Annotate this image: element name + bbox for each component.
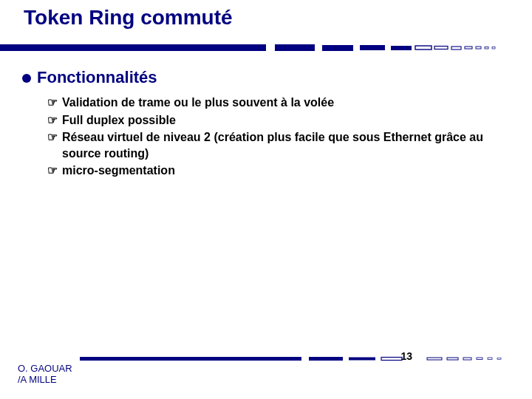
svg-rect-13 — [309, 357, 343, 361]
svg-rect-9 — [476, 47, 481, 49]
section: Fonctionnalités ☞ Validation de trame ou… — [22, 68, 510, 180]
svg-rect-3 — [360, 45, 385, 50]
list-item: ☞ Validation de trame ou le plus souvent… — [47, 95, 510, 111]
svg-rect-12 — [80, 357, 301, 361]
pointing-hand-icon: ☞ — [47, 95, 62, 111]
svg-rect-1 — [275, 44, 315, 51]
svg-rect-2 — [322, 45, 353, 51]
pointing-hand-icon: ☞ — [47, 163, 62, 179]
pointing-hand-icon: ☞ — [47, 112, 62, 129]
svg-rect-20 — [488, 358, 492, 360]
svg-rect-17 — [447, 358, 458, 360]
svg-rect-10 — [485, 47, 488, 50]
svg-rect-19 — [477, 358, 482, 360]
footer-author: O. GAOUAR /A MILLE — [18, 363, 72, 386]
decorative-rule-bottom — [80, 356, 532, 361]
list-item: ☞ micro-segmentation — [47, 163, 510, 179]
svg-rect-7 — [451, 47, 461, 50]
svg-rect-15 — [381, 358, 402, 361]
slide-title: Token Ring commuté — [24, 6, 233, 30]
svg-rect-6 — [434, 47, 448, 50]
item-text: micro-segmentation — [62, 163, 175, 179]
list-item: ☞ Réseau virtuel de niveau 2 (création p… — [47, 129, 510, 161]
svg-rect-11 — [492, 47, 495, 50]
svg-rect-21 — [497, 358, 501, 360]
svg-rect-0 — [0, 44, 266, 51]
author-line-2: /A MILLE — [18, 374, 72, 386]
list-item: ☞ Full duplex possible — [47, 112, 510, 129]
section-title: Fonctionnalités — [37, 68, 157, 87]
item-text: Réseau virtuel de niveau 2 (création plu… — [62, 129, 505, 161]
item-text: Validation de trame ou le plus souvent à… — [62, 95, 334, 111]
svg-rect-8 — [465, 47, 472, 49]
svg-rect-14 — [349, 358, 375, 361]
svg-rect-5 — [415, 46, 432, 50]
svg-rect-4 — [391, 46, 412, 50]
author-line-1: O. GAOUAR — [18, 363, 72, 375]
svg-rect-18 — [463, 358, 471, 360]
item-list: ☞ Validation de trame ou le plus souvent… — [47, 95, 510, 179]
pointing-hand-icon: ☞ — [47, 129, 62, 146]
decorative-rule-top — [0, 43, 532, 53]
bullet-disc-icon — [22, 74, 31, 83]
svg-rect-16 — [427, 358, 442, 360]
section-header: Fonctionnalités — [22, 68, 510, 87]
item-text: Full duplex possible — [62, 112, 176, 129]
slide: Token Ring commuté Fonctionnalités ☞ Val… — [0, 0, 532, 399]
